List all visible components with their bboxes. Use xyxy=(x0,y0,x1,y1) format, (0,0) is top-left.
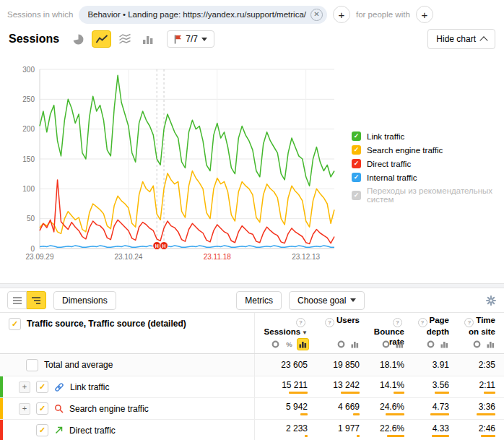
cell-value: 4.73 xyxy=(433,402,449,411)
cell-bar xyxy=(300,413,308,415)
table-toolbar: Dimensions Metrics Choose goal xyxy=(0,288,504,313)
columns-chart-type-button[interactable] xyxy=(138,30,157,48)
cell-bar xyxy=(353,413,360,415)
svg-text:150: 150 xyxy=(22,155,35,163)
help-icon[interactable]: ? xyxy=(296,318,305,327)
pie-mini-icon xyxy=(382,340,390,348)
help-icon[interactable]: ? xyxy=(325,318,334,327)
metrica-report-page: Sessions in which Behavior • Landing pag… xyxy=(0,0,504,440)
bars-mini-icon xyxy=(351,340,359,348)
chart-legend: ✓ Link traffic ✓ Search engine traffic ✓… xyxy=(352,131,504,204)
pie-mini-icon xyxy=(427,340,435,348)
pie-display-toggle[interactable] xyxy=(471,338,483,350)
legend-item-direct-traffic[interactable]: ✓ Direct traffic xyxy=(352,159,504,168)
cell-value: 19 850 xyxy=(333,361,360,369)
page-title: Sessions xyxy=(9,33,59,46)
stacked-lines-chart-type-button[interactable] xyxy=(115,30,134,48)
pie-display-toggle[interactable] xyxy=(269,338,282,350)
legend-item-search-traffic[interactable]: ✓ Search engine traffic xyxy=(352,145,504,155)
svg-text:Н: Н xyxy=(155,243,159,249)
chevron-up-icon xyxy=(479,36,487,44)
cell-value: 2:35 xyxy=(479,361,495,369)
goals-segments-dropdown[interactable]: 7/7 xyxy=(167,30,214,48)
cell-value: 3.56 xyxy=(433,381,449,389)
metrics-label: Metrics xyxy=(245,296,273,306)
tree-list-view-button[interactable] xyxy=(27,291,46,309)
metrics-button[interactable]: Metrics xyxy=(236,291,282,310)
percent-display-toggle[interactable]: % xyxy=(283,338,295,350)
cell-bar xyxy=(430,413,449,415)
pie-display-toggle[interactable] xyxy=(425,338,437,350)
pie-chart-type-button[interactable] xyxy=(69,30,88,48)
pie-display-toggle[interactable] xyxy=(380,338,392,350)
table-header-row: ✓ Traffic source, Traffic source (detail… xyxy=(0,313,504,335)
checkbox-checked-icon[interactable]: ✓ xyxy=(352,159,361,168)
cell-value: 4 669 xyxy=(338,402,360,411)
checkbox-checked-icon[interactable]: ✓ xyxy=(352,191,361,200)
expand-row-button[interactable]: + xyxy=(19,403,30,415)
help-icon[interactable]: ? xyxy=(418,318,427,327)
line-chart-type-button[interactable] xyxy=(92,30,111,48)
row-label[interactable]: Direct traffic xyxy=(69,426,116,436)
close-icon[interactable]: ✕ xyxy=(310,9,323,21)
checkbox-checked-icon[interactable]: ✓ xyxy=(352,173,361,182)
row-checkbox[interactable]: ✓ xyxy=(26,359,38,371)
pie-display-toggle[interactable] xyxy=(335,338,347,350)
checkbox-checked-icon[interactable]: ✓ xyxy=(352,145,361,155)
flag-icon xyxy=(174,35,182,44)
section-divider xyxy=(0,283,504,288)
add-session-filter-button[interactable]: + xyxy=(333,6,350,23)
filter-suffix-label: for people with xyxy=(356,10,410,19)
row-checkbox[interactable]: ✓ xyxy=(36,381,48,393)
dimensions-label: Dimensions xyxy=(62,296,108,306)
row-checkbox[interactable]: ✓ xyxy=(36,402,48,415)
flat-list-view-button[interactable] xyxy=(7,291,27,309)
segment-filter-bar: Sessions in which Behavior • Landing pag… xyxy=(0,0,504,25)
row-checkbox[interactable]: ✓ xyxy=(36,424,48,436)
row-color-strip xyxy=(0,376,3,397)
select-all-checkbox[interactable]: ✓ xyxy=(9,318,21,330)
help-icon[interactable]: ? xyxy=(393,318,402,327)
column-header-page-depth[interactable]: ?Page depth xyxy=(413,313,458,335)
bars-display-toggle[interactable] xyxy=(438,338,451,350)
display-mode-row: % xyxy=(0,335,504,354)
cell-bar xyxy=(481,435,495,437)
bars-display-toggle[interactable] xyxy=(485,338,497,350)
column-header-time-on-site[interactable]: ?Time on site xyxy=(458,313,504,335)
column-header-sessions[interactable]: ?Sessions▼ xyxy=(254,313,316,335)
chevron-down-icon xyxy=(201,38,207,41)
add-people-filter-button[interactable]: + xyxy=(416,6,433,23)
column-header-bounce-rate[interactable]: ?Bounce rate xyxy=(368,313,413,335)
choose-goal-dropdown[interactable]: Choose goal xyxy=(289,291,365,310)
checkbox-checked-icon[interactable]: ✓ xyxy=(352,131,361,141)
legend-item-recommendation-systems[interactable]: ✓ Переходы из рекомендательных систем xyxy=(352,186,504,204)
dimensions-button[interactable]: Dimensions xyxy=(53,291,116,310)
traffic-sources-table: ✓ Traffic source, Traffic source (detail… xyxy=(0,313,504,440)
row-label[interactable]: Link traffic xyxy=(70,382,109,392)
legend-item-internal-traffic[interactable]: ✓ Internal traffic xyxy=(352,173,504,182)
cell-bar xyxy=(484,392,495,394)
svg-text:23.09.29: 23.09.29 xyxy=(26,253,54,261)
bars-display-toggle[interactable] xyxy=(394,338,406,350)
svg-text:300: 300 xyxy=(22,66,35,74)
cell-bar xyxy=(435,392,449,394)
bars-display-toggle[interactable] xyxy=(349,338,361,350)
cell-value: 22.6% xyxy=(380,424,404,433)
row-color-strip xyxy=(0,398,3,419)
help-icon[interactable]: ? xyxy=(464,318,474,327)
behavior-filter-chip[interactable]: Behavior • Landing page: https://yandex.… xyxy=(79,6,327,24)
row-label[interactable]: Search engine traffic xyxy=(69,404,149,414)
chart-header: Sessions 7/7 Hide chart xyxy=(0,25,504,51)
cell-value: 23 605 xyxy=(281,361,308,369)
bars-display-toggle[interactable] xyxy=(297,338,309,350)
expand-row-button[interactable]: + xyxy=(19,381,30,393)
sessions-line-chart[interactable]: 05010015020025030023.09.2923.10.2423.11.… xyxy=(0,64,347,266)
pie-chart-icon xyxy=(72,33,84,46)
column-header-users[interactable]: ?Users xyxy=(316,313,368,335)
legend-item-link-traffic[interactable]: ✓ Link traffic xyxy=(352,131,504,141)
cell-bar xyxy=(477,413,495,415)
table-settings-button[interactable] xyxy=(485,295,497,306)
bars-mini-icon xyxy=(396,340,404,348)
cell-value: 3:36 xyxy=(479,402,495,411)
hide-chart-button[interactable]: Hide chart xyxy=(427,29,495,49)
